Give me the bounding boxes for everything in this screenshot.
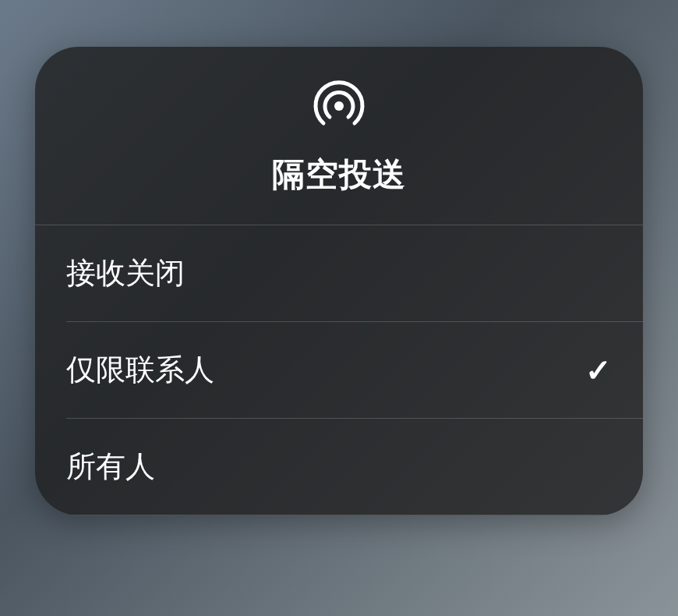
checkmark-icon: ✓ bbox=[585, 352, 612, 388]
option-label: 仅限联系人 bbox=[66, 350, 214, 390]
option-contacts-only[interactable]: 仅限联系人 ✓ bbox=[35, 322, 643, 418]
option-everyone[interactable]: 所有人 ✓ bbox=[35, 419, 643, 515]
option-label: 所有人 bbox=[66, 447, 155, 487]
airdrop-icon bbox=[311, 78, 367, 134]
divider bbox=[66, 515, 643, 515]
panel-title: 隔空投送 bbox=[272, 153, 406, 196]
panel-header: 隔空投送 bbox=[35, 47, 643, 225]
option-receiving-off[interactable]: 接收关闭 ✓ bbox=[35, 225, 643, 321]
svg-point-0 bbox=[334, 101, 344, 111]
airdrop-settings-panel: 隔空投送 接收关闭 ✓ 仅限联系人 ✓ 所有人 ✓ bbox=[35, 47, 643, 515]
option-label: 接收关闭 bbox=[66, 253, 185, 293]
